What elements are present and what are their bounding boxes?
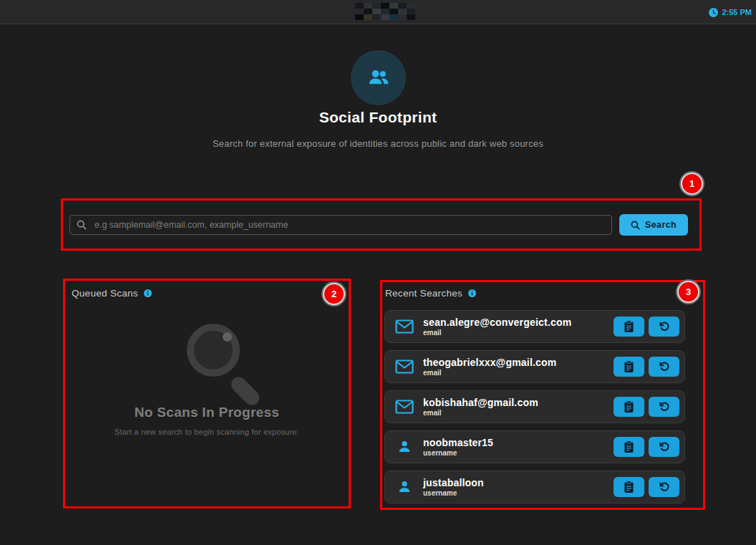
rerun-search-button[interactable] bbox=[649, 437, 679, 457]
clock-icon bbox=[709, 8, 718, 17]
clipboard-icon bbox=[624, 320, 634, 333]
recent-search-row: theogabrielxxx@gmail.com email bbox=[384, 350, 685, 383]
user-icon bbox=[395, 439, 414, 455]
annotation-badge-3: 3 bbox=[679, 282, 698, 302]
info-icon[interactable] bbox=[144, 289, 152, 297]
user-icon bbox=[395, 479, 414, 495]
recent-search-text: theogabrielxxx@gmail.com email bbox=[423, 357, 557, 377]
search-button-label: Search bbox=[645, 220, 677, 230]
clipboard-icon bbox=[624, 440, 634, 453]
annotation-badge-2: 2 bbox=[324, 284, 344, 304]
rerun-search-button[interactable] bbox=[649, 357, 679, 377]
recent-search-value: theogabrielxxx@gmail.com bbox=[423, 357, 557, 368]
mail-icon bbox=[395, 319, 414, 334]
rotate-ccw-icon bbox=[659, 441, 670, 453]
rotate-ccw-icon bbox=[659, 321, 670, 332]
mail-icon bbox=[395, 360, 414, 374]
recent-search-text: justaballoon username bbox=[423, 477, 484, 498]
mail-icon bbox=[395, 400, 414, 414]
copy-search-button[interactable] bbox=[614, 477, 644, 497]
copy-search-button[interactable] bbox=[614, 357, 644, 377]
search-input[interactable] bbox=[69, 215, 612, 235]
search-icon bbox=[77, 220, 87, 230]
queued-scans-title: Queued Scans bbox=[72, 288, 138, 299]
clipboard-icon bbox=[624, 481, 634, 493]
recent-search-value: kobishahaf@gmail.com bbox=[423, 397, 538, 408]
magnifier-glint bbox=[223, 332, 232, 342]
clipboard-icon bbox=[624, 400, 634, 413]
app-logo-redacted bbox=[355, 3, 415, 20]
page-title: Social Footprint bbox=[0, 109, 756, 126]
recent-search-type: email bbox=[423, 369, 557, 377]
recent-search-text: kobishahaf@gmail.com email bbox=[423, 397, 538, 418]
rotate-ccw-icon bbox=[659, 481, 670, 493]
page-subtitle: Search for external exposure of identiti… bbox=[206, 138, 550, 150]
clipboard-icon bbox=[624, 360, 634, 373]
recent-search-row: kobishahaf@gmail.com email bbox=[384, 390, 685, 423]
rotate-ccw-icon bbox=[659, 361, 670, 372]
annotation-badge-1: 1 bbox=[682, 174, 702, 193]
recent-search-type: email bbox=[423, 329, 571, 337]
topbar-time: 2:55 PM bbox=[722, 8, 752, 16]
recent-search-row: sean.alegre@convergeict.com email bbox=[384, 310, 685, 343]
topbar-clock: 2:55 PM bbox=[709, 0, 752, 24]
copy-search-button[interactable] bbox=[614, 317, 644, 337]
magnifier-illustration bbox=[187, 324, 240, 377]
users-icon bbox=[366, 65, 392, 91]
copy-search-button[interactable] bbox=[614, 397, 644, 417]
no-scans-hint: Start a new search to begin scanning for… bbox=[65, 428, 349, 436]
rerun-search-button[interactable] bbox=[649, 397, 679, 417]
recent-search-type: username bbox=[423, 449, 493, 458]
rerun-search-button[interactable] bbox=[649, 477, 679, 497]
recent-search-text: sean.alegre@convergeict.com email bbox=[423, 317, 571, 337]
rotate-ccw-icon bbox=[659, 401, 670, 413]
search-icon bbox=[631, 221, 640, 230]
recent-search-row: noobmaster15 username bbox=[384, 430, 685, 463]
recent-search-value: justaballoon bbox=[423, 477, 484, 488]
queued-scans-header: Queued Scans bbox=[72, 288, 152, 299]
rerun-search-button[interactable] bbox=[649, 317, 679, 337]
topbar: 2:55 PM bbox=[0, 0, 756, 24]
info-icon[interactable] bbox=[468, 289, 476, 297]
recent-search-type: username bbox=[423, 489, 484, 498]
search-button[interactable]: Search bbox=[619, 214, 688, 236]
recent-search-row: justaballoon username bbox=[384, 471, 685, 503]
recent-search-text: noobmaster15 username bbox=[423, 437, 493, 458]
recent-search-type: email bbox=[423, 409, 538, 418]
recent-searches-header: Recent Searches bbox=[385, 288, 476, 299]
social-footprint-screen: 2:55 PM Social Footprint Search for exte… bbox=[0, 0, 756, 545]
annotation-box-queued-scans bbox=[63, 279, 351, 508]
recent-searches-title: Recent Searches bbox=[385, 288, 462, 299]
copy-search-button[interactable] bbox=[614, 437, 644, 457]
no-scans-title: No Scans In Progress bbox=[65, 405, 349, 420]
recent-search-value: sean.alegre@convergeict.com bbox=[423, 317, 571, 328]
recent-search-value: noobmaster15 bbox=[423, 437, 493, 448]
social-footprint-avatar bbox=[351, 50, 406, 105]
